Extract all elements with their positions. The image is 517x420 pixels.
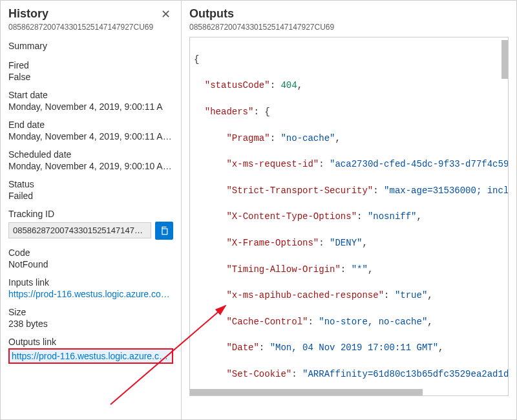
- history-run-id: 08586287200743301525147147927CU69: [8, 23, 153, 32]
- outputs-pane: Outputs 08586287200743301525147147927CU6…: [182, 1, 516, 419]
- start-date-value: Monday, November 4, 2019, 9:00:11 A: [8, 101, 173, 112]
- json-cached: true: [400, 290, 422, 300]
- json-cc: no-store, no-cache: [324, 317, 422, 327]
- outputs-link-label: Outputs link: [8, 337, 173, 347]
- json-clen: 170: [330, 395, 346, 396]
- json-xcto: nosniff: [373, 211, 411, 222]
- outputs-link[interactable]: https://prod-116.westus.logic.azure.co…: [8, 348, 173, 364]
- json-cookie: ARRAffinity=61d80c13b65dfc3529ea2ad1da4d…: [308, 369, 509, 379]
- tracking-id-field[interactable]: 085862872007433015251471479…: [8, 222, 151, 238]
- outputs-title: Outputs: [189, 7, 334, 21]
- json-sts: max-age=31536000; includeSub: [389, 185, 509, 196]
- status-value: Failed: [8, 191, 173, 201]
- scrollbar-horizontal[interactable]: [190, 389, 423, 395]
- status-label: Status: [8, 179, 173, 189]
- size-label: Size: [8, 307, 173, 317]
- tracking-id-label: Tracking ID: [8, 209, 173, 219]
- close-icon[interactable]: ✕: [158, 7, 173, 21]
- copy-button[interactable]: [155, 222, 173, 240]
- json-tao: *: [357, 264, 362, 275]
- inputs-link[interactable]: https://prod-116.westus.logic.azure.co…: [8, 289, 173, 299]
- size-value: 238 bytes: [8, 319, 173, 329]
- json-pragma: no-cache: [286, 133, 330, 143]
- history-title: History: [8, 7, 153, 21]
- copy-icon: [160, 226, 169, 235]
- outputs-json-view[interactable]: { "statusCode": 404, "headers": { "Pragm…: [189, 37, 509, 396]
- json-request-id: aca2730d-cfed-45dc-9f33-d77f4c59138f: [335, 159, 509, 169]
- scheduled-date-label: Scheduled date: [8, 149, 173, 160]
- scheduled-date-value: Monday, November 4, 2019, 9:00:10 A…: [8, 161, 173, 171]
- history-pane: History 08586287200743301525147147927CU6…: [1, 1, 182, 419]
- json-statuscode: 404: [280, 80, 297, 90]
- end-date-value: Monday, November 4, 2019, 9:00:11 A…: [8, 131, 173, 142]
- scrollbar-vertical[interactable]: [501, 40, 508, 79]
- code-label: Code: [8, 247, 173, 258]
- json-xfo: DENY: [335, 238, 357, 248]
- json-date: Mon, 04 Nov 2019 17:00:11 GMT: [275, 342, 433, 353]
- svg-rect-0: [162, 229, 167, 235]
- fired-value: False: [8, 72, 173, 82]
- start-date-label: Start date: [8, 90, 173, 100]
- code-value: NotFound: [8, 259, 173, 269]
- inputs-link-label: Inputs link: [8, 277, 173, 288]
- outputs-run-id: 08586287200743301525147147927CU69: [189, 23, 334, 32]
- end-date-label: End date: [8, 120, 173, 130]
- summary-heading: Summary: [8, 41, 173, 51]
- fired-label: Fired: [8, 60, 173, 70]
